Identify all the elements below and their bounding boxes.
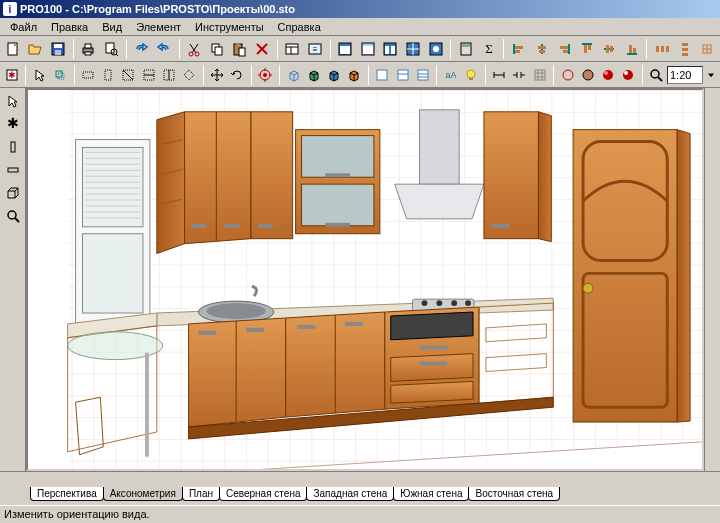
svg-rect-55 [610, 46, 613, 52]
select-tool-icon[interactable] [30, 64, 49, 86]
render-shaded-icon[interactable] [598, 64, 617, 86]
menu-tools[interactable]: Инструменты [189, 20, 270, 34]
svg-rect-174 [246, 328, 264, 332]
app-icon: i [3, 2, 17, 16]
dimension-gap-icon[interactable] [510, 64, 529, 86]
sheet1-icon[interactable] [373, 64, 392, 86]
tab-east-wall[interactable]: Восточная стена [468, 487, 560, 501]
undo-icon[interactable] [131, 38, 153, 60]
left-toolbar: ✱ [0, 88, 26, 471]
horizontal-tool-icon[interactable] [2, 159, 24, 181]
svg-marker-180 [391, 312, 473, 340]
paste-icon[interactable] [229, 38, 251, 60]
grid-icon[interactable] [530, 64, 549, 86]
zoom-input[interactable] [667, 66, 703, 84]
transform2-icon[interactable] [99, 64, 118, 86]
target-icon[interactable] [256, 64, 275, 86]
transform4-icon[interactable] [139, 64, 158, 86]
distribute-h-icon[interactable] [651, 38, 673, 60]
cube-blue-icon[interactable] [324, 64, 343, 86]
cube-orange-icon[interactable] [345, 64, 364, 86]
new-file-icon[interactable] [2, 38, 24, 60]
room-door [573, 130, 690, 422]
kitchen-3d-render [28, 90, 702, 471]
menu-help[interactable]: Справка [272, 20, 327, 34]
svg-rect-61 [666, 46, 669, 52]
bulb-icon[interactable] [461, 64, 480, 86]
svg-marker-193 [677, 130, 690, 422]
scrollbar-horizontal[interactable] [0, 471, 720, 487]
zoom-tool-icon[interactable] [2, 205, 24, 227]
cursor-tool-icon[interactable] [2, 90, 24, 112]
delete-icon[interactable] [251, 38, 273, 60]
tab-perspective[interactable]: Перспектива [30, 487, 104, 501]
render-flat-icon[interactable] [578, 64, 597, 86]
move-tool-icon[interactable] [50, 64, 69, 86]
window5-icon[interactable] [425, 38, 447, 60]
scrollbar-vertical[interactable] [704, 88, 720, 471]
cube-wire-icon[interactable] [284, 64, 303, 86]
new-element-icon[interactable]: ✱ [2, 64, 21, 86]
svg-line-114 [658, 77, 662, 81]
vertical-tool-icon[interactable] [2, 136, 24, 158]
dimension-h-icon[interactable] [490, 64, 509, 86]
canvas[interactable] [26, 88, 704, 471]
transform5-icon[interactable] [159, 64, 178, 86]
properties2-icon[interactable]: ≡ [304, 38, 326, 60]
window4-icon[interactable] [402, 38, 424, 60]
transform3-icon[interactable] [119, 64, 138, 86]
align-hcenter-icon[interactable] [531, 38, 553, 60]
print-icon[interactable] [78, 38, 100, 60]
redo-icon[interactable] [153, 38, 175, 60]
save-file-icon[interactable] [47, 38, 69, 60]
svg-point-110 [604, 71, 608, 75]
window3-icon[interactable] [380, 38, 402, 60]
menu-view[interactable]: Вид [96, 20, 128, 34]
menu-element[interactable]: Элемент [130, 20, 187, 34]
window2-icon[interactable] [357, 38, 379, 60]
print-preview-icon[interactable] [100, 38, 122, 60]
sheet3-icon[interactable] [413, 64, 432, 86]
align-bottom-icon[interactable] [621, 38, 643, 60]
tab-south-wall[interactable]: Южная стена [393, 487, 469, 501]
svg-point-93 [467, 70, 475, 78]
zoom-icon[interactable] [647, 64, 666, 86]
menu-file[interactable]: Файл [4, 20, 43, 34]
calculator-icon[interactable] [455, 38, 477, 60]
cube-green-icon[interactable] [304, 64, 323, 86]
distribute-v-icon[interactable] [674, 38, 696, 60]
move-cross-icon[interactable] [208, 64, 227, 86]
render-full-icon[interactable] [619, 64, 638, 86]
box-tool-icon[interactable] [2, 182, 24, 204]
label-aa-icon[interactable]: aA [441, 64, 460, 86]
open-file-icon[interactable] [25, 38, 47, 60]
sheet2-icon[interactable] [393, 64, 412, 86]
render-wire-icon[interactable] [558, 64, 577, 86]
transform6-icon[interactable] [179, 64, 198, 86]
svg-text:✱: ✱ [7, 116, 19, 131]
cut-icon[interactable] [184, 38, 206, 60]
tab-plan[interactable]: План [182, 487, 220, 501]
svg-marker-154 [395, 184, 484, 219]
properties-icon[interactable] [282, 38, 304, 60]
asterisk-tool-icon[interactable]: ✱ [2, 113, 24, 135]
tab-axonometry[interactable]: Аксонометрия [103, 487, 183, 501]
distribute3-icon[interactable] [696, 38, 718, 60]
svg-rect-18 [239, 48, 245, 56]
align-vcenter-icon[interactable] [598, 38, 620, 60]
rotate-icon[interactable] [228, 64, 247, 86]
window1-icon[interactable] [335, 38, 357, 60]
align-right-icon[interactable] [553, 38, 575, 60]
svg-point-112 [624, 71, 628, 75]
svg-rect-125 [83, 234, 143, 313]
tab-north-wall[interactable]: Северная стена [219, 487, 308, 501]
zoom-dropdown-icon[interactable] [704, 64, 718, 86]
copy-icon[interactable] [206, 38, 228, 60]
align-top-icon[interactable] [576, 38, 598, 60]
align-left-icon[interactable] [508, 38, 530, 60]
svg-rect-2 [54, 44, 62, 48]
sum-icon[interactable]: Σ [478, 38, 500, 60]
menu-edit[interactable]: Правка [45, 20, 94, 34]
tab-west-wall[interactable]: Западная стена [306, 487, 394, 501]
transform1-icon[interactable] [79, 64, 98, 86]
